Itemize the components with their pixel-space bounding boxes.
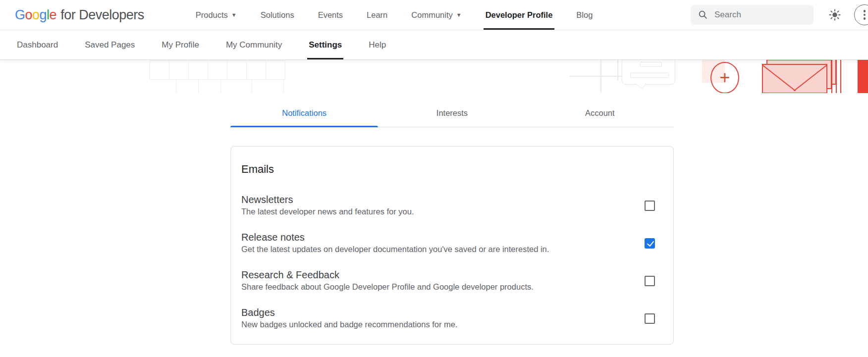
sun-icon — [828, 8, 841, 21]
release-notes-checkbox[interactable] — [645, 238, 655, 249]
card-title: Emails — [241, 163, 655, 176]
tab-interests[interactable]: Interests — [378, 102, 526, 127]
nav-item-label: Blog — [576, 10, 593, 20]
pref-description: New badges unlocked and badge recommenda… — [241, 319, 458, 330]
emails-card: Emails Newsletters The latest developer … — [230, 146, 674, 345]
logo-letter: o — [32, 7, 40, 23]
badges-checkbox[interactable] — [645, 313, 655, 324]
pref-description: The latest developer news and features f… — [241, 206, 414, 217]
pref-row-newsletters: Newsletters The latest developer news an… — [241, 194, 655, 217]
pref-title: Research & Feedback — [241, 269, 534, 281]
newsletters-checkbox[interactable] — [645, 201, 655, 211]
subnav-item-label: Settings — [309, 40, 342, 50]
nav-item-label: Community — [411, 10, 452, 20]
top-header: Google for Developers Products Solutions… — [0, 0, 868, 30]
chevron-down-icon — [456, 12, 462, 18]
logo-suffix: for Developers — [60, 7, 144, 23]
vertical-dots-icon — [864, 10, 866, 12]
red-edge-bar-decoration — [858, 60, 868, 93]
research-feedback-checkbox[interactable] — [645, 276, 655, 286]
nav-item-label: Solutions — [261, 10, 294, 20]
tab-label: Interests — [436, 108, 468, 117]
page: Google for Developers Products Solutions… — [0, 0, 868, 357]
settings-tabs: Notifications Interests Account — [230, 102, 674, 127]
subnav-item-label: Dashboard — [17, 40, 58, 50]
nav-item-developer-profile[interactable]: Developer Profile — [474, 0, 565, 30]
nav-item-blog[interactable]: Blog — [564, 0, 604, 30]
subnav-item-label: Help — [369, 40, 386, 50]
tab-account[interactable]: Account — [526, 102, 674, 127]
subnav-item-my-profile[interactable]: My Profile — [148, 30, 213, 59]
pref-description: Get the latest updates on developer docu… — [241, 244, 549, 255]
pref-title: Badges — [241, 306, 458, 319]
logo-letter: o — [25, 7, 33, 23]
logo-letter: G — [15, 7, 25, 23]
nav-item-label: Products — [196, 10, 228, 20]
search-box[interactable] — [691, 5, 814, 25]
pref-row-research-feedback: Research & Feedback Share feedback about… — [241, 269, 655, 293]
grid-square-decoration — [150, 60, 169, 80]
primary-nav: Products Solutions Events Learn Communit… — [184, 0, 605, 30]
banner-illustration: + — [0, 60, 868, 93]
chevron-down-icon — [231, 12, 237, 18]
google-developers-logo[interactable]: Google for Developers — [15, 7, 144, 23]
pref-title: Newsletters — [241, 194, 414, 206]
nav-item-learn[interactable]: Learn — [355, 0, 399, 30]
pref-row-badges: Badges New badges unlocked and badge rec… — [241, 306, 655, 330]
subnav-item-label: My Community — [226, 40, 282, 50]
search-icon — [698, 9, 708, 20]
subnav-item-my-community[interactable]: My Community — [213, 30, 295, 59]
search-input[interactable] — [714, 10, 799, 20]
subnav-item-label: Saved Pages — [85, 40, 135, 50]
profile-subnav: Dashboard Saved Pages My Profile My Comm… — [0, 30, 868, 60]
plus-circle-icon: + — [710, 62, 739, 93]
pref-row-release-notes: Release notes Get the latest updates on … — [241, 231, 655, 255]
tab-notifications[interactable]: Notifications — [230, 102, 378, 127]
subnav-item-dashboard[interactable]: Dashboard — [12, 30, 71, 59]
tab-label: Notifications — [282, 108, 326, 117]
subnav-item-label: My Profile — [162, 40, 199, 50]
nav-item-community[interactable]: Community — [399, 0, 473, 30]
nav-item-label: Events — [318, 10, 343, 20]
nav-item-label: Developer Profile — [486, 10, 553, 20]
red-line-decoration — [831, 60, 832, 93]
nav-item-events[interactable]: Events — [306, 0, 355, 30]
pref-description: Share feedback about Google Developer Pr… — [241, 281, 534, 293]
logo-letter: e — [50, 7, 57, 23]
nav-item-products[interactable]: Products — [184, 0, 249, 30]
theme-toggle-button[interactable] — [828, 8, 841, 21]
nav-item-label: Learn — [367, 10, 387, 20]
tab-label: Account — [585, 108, 615, 117]
subnav-item-settings[interactable]: Settings — [295, 30, 355, 59]
nav-item-solutions[interactable]: Solutions — [249, 0, 306, 30]
subnav-item-saved-pages[interactable]: Saved Pages — [71, 30, 148, 59]
grid-line-decoration — [600, 60, 601, 93]
logo-letter: g — [40, 7, 47, 23]
subnav-item-help[interactable]: Help — [355, 30, 399, 59]
account-avatar-button[interactable] — [854, 4, 868, 25]
pref-title: Release notes — [241, 231, 549, 244]
